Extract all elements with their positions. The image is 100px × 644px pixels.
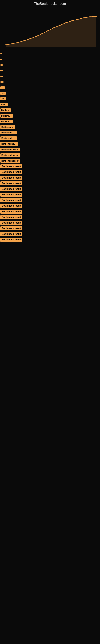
bottleneck-label: Bottleneck result bbox=[0, 86, 5, 89]
bottleneck-label: Bottleneck result bbox=[0, 142, 18, 146]
svg-point-17 bbox=[35, 36, 37, 37]
list-item[interactable]: Bottleneck result bbox=[0, 147, 100, 152]
bottleneck-label: Bottleneck result bbox=[0, 176, 22, 180]
bottleneck-label: Bottleneck result bbox=[0, 108, 11, 112]
bottleneck-label: Bottleneck result bbox=[0, 64, 3, 66]
bottleneck-label: Bottleneck result bbox=[0, 164, 22, 168]
chart-area bbox=[0, 7, 100, 51]
list-item[interactable]: Bottleneck result bbox=[0, 152, 100, 158]
bottleneck-label: Bottleneck result bbox=[0, 148, 20, 151]
bottleneck-label: Bottleneck result bbox=[0, 125, 15, 129]
list-item[interactable]: Bottleneck result bbox=[0, 113, 100, 118]
bottleneck-label: Bottleneck result bbox=[0, 59, 2, 60]
list-item[interactable]: Bottleneck result bbox=[0, 175, 100, 180]
list-item[interactable]: Bottleneck result bbox=[0, 90, 100, 96]
svg-point-12 bbox=[5, 44, 7, 46]
list-item[interactable]: Bottleneck result bbox=[0, 180, 100, 186]
list-item[interactable]: Bottleneck result bbox=[0, 209, 100, 214]
bottleneck-label: Bottleneck result bbox=[0, 92, 6, 95]
svg-point-13 bbox=[11, 43, 13, 44]
bottleneck-label: Bottleneck result bbox=[0, 204, 22, 208]
list-item[interactable]: Bottleneck result bbox=[0, 220, 100, 226]
list-item[interactable]: Bottleneck result bbox=[0, 96, 100, 102]
svg-point-23 bbox=[71, 20, 73, 21]
bottleneck-list: Bottleneck resultBottleneck resultBottle… bbox=[0, 51, 100, 246]
svg-point-24 bbox=[77, 18, 79, 20]
svg-point-25 bbox=[83, 17, 85, 18]
bottleneck-label: Bottleneck result bbox=[0, 238, 22, 242]
svg-point-21 bbox=[59, 24, 61, 26]
list-item[interactable]: Bottleneck result bbox=[0, 192, 100, 198]
svg-point-27 bbox=[96, 16, 97, 17]
bottleneck-label: Bottleneck result bbox=[0, 170, 22, 174]
svg-point-18 bbox=[41, 33, 43, 34]
bottleneck-label: Bottleneck result bbox=[0, 97, 6, 100]
bottleneck-label: Bottleneck result bbox=[0, 81, 3, 82]
svg-point-22 bbox=[65, 22, 67, 23]
bottleneck-label: Bottleneck result bbox=[0, 76, 3, 77]
list-item[interactable]: Bottleneck result bbox=[0, 130, 100, 136]
bottleneck-label: Bottleneck result bbox=[0, 114, 13, 118]
list-item[interactable]: Bottleneck result bbox=[0, 124, 100, 130]
svg-point-26 bbox=[89, 16, 91, 17]
list-item[interactable]: Bottleneck result bbox=[0, 141, 100, 147]
list-item[interactable]: Bottleneck result bbox=[0, 169, 100, 175]
list-item[interactable]: Bottleneck result bbox=[0, 214, 100, 220]
list-item[interactable]: Bottleneck result bbox=[0, 118, 100, 124]
bottleneck-label: Bottleneck result bbox=[0, 210, 22, 214]
bottleneck-label: Bottleneck result bbox=[0, 192, 22, 196]
chart-svg bbox=[0, 7, 100, 51]
list-item[interactable]: Bottleneck result bbox=[0, 51, 100, 56]
list-item[interactable]: Bottleneck result bbox=[0, 158, 100, 164]
list-item[interactable]: Bottleneck result bbox=[0, 231, 100, 237]
list-item[interactable]: Bottleneck result bbox=[0, 226, 100, 231]
svg-point-15 bbox=[23, 40, 25, 42]
svg-point-16 bbox=[29, 38, 31, 40]
bottleneck-label: Bottleneck result bbox=[0, 159, 20, 162]
list-item[interactable]: Bottleneck result bbox=[0, 62, 100, 68]
bottleneck-label: Bottleneck result bbox=[0, 131, 17, 134]
list-item[interactable]: Bottleneck result bbox=[0, 102, 100, 107]
site-title: TheBottlenecker.com bbox=[0, 0, 100, 7]
list-item[interactable]: Bottleneck result bbox=[0, 186, 100, 192]
list-item[interactable]: Bottleneck result bbox=[0, 136, 100, 141]
page-container: TheBottlenecker.com bbox=[0, 0, 100, 644]
bottleneck-label: Bottleneck result bbox=[0, 153, 20, 157]
bottleneck-label: Bottleneck result bbox=[0, 70, 3, 71]
list-item[interactable]: Bottleneck result bbox=[0, 74, 100, 79]
svg-point-14 bbox=[17, 42, 19, 43]
bottleneck-label: Bottleneck result bbox=[0, 198, 22, 202]
bottleneck-label: Bottleneck result bbox=[0, 187, 22, 191]
list-item[interactable]: Bottleneck result bbox=[0, 198, 100, 203]
bottleneck-label: Bottleneck result bbox=[0, 103, 8, 106]
list-item[interactable]: Bottleneck result bbox=[0, 164, 100, 169]
svg-point-20 bbox=[53, 27, 54, 28]
list-item[interactable]: Bottleneck result bbox=[0, 203, 100, 209]
bottleneck-label: Bottleneck result bbox=[0, 53, 2, 54]
list-item[interactable]: Bottleneck result bbox=[0, 56, 100, 62]
list-item[interactable]: Bottleneck result bbox=[0, 79, 100, 85]
list-item[interactable]: Bottleneck result bbox=[0, 68, 100, 74]
bottleneck-label: Bottleneck result bbox=[0, 226, 22, 230]
bottleneck-label: Bottleneck result bbox=[0, 181, 22, 185]
svg-point-19 bbox=[48, 30, 49, 32]
bottleneck-label: Bottleneck result bbox=[0, 232, 22, 236]
list-item[interactable]: Bottleneck result bbox=[0, 85, 100, 90]
bottleneck-label: Bottleneck result bbox=[0, 221, 22, 225]
bottleneck-label: Bottleneck result bbox=[0, 120, 13, 123]
list-item[interactable]: Bottleneck result bbox=[0, 237, 100, 242]
list-item[interactable]: Bottleneck result bbox=[0, 107, 100, 113]
bottleneck-label: Bottleneck result bbox=[0, 136, 17, 140]
bottleneck-label: Bottleneck result bbox=[0, 215, 22, 219]
